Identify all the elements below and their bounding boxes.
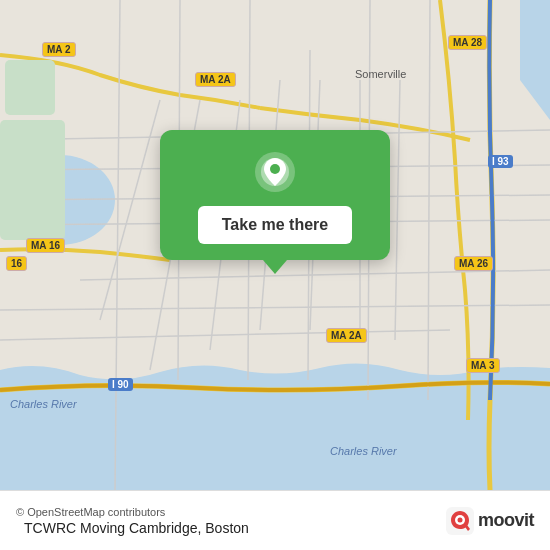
moovit-text: moovit (478, 510, 534, 531)
road-label-ma2: MA 2 (42, 42, 76, 57)
road-label-ma3: MA 3 (466, 358, 500, 373)
popup-card: Take me there (160, 130, 390, 260)
moovit-icon (446, 507, 474, 535)
svg-text:Somerville: Somerville (355, 68, 406, 80)
svg-point-33 (457, 517, 462, 522)
svg-rect-23 (0, 120, 65, 240)
svg-text:Charles River: Charles River (10, 398, 78, 410)
road-label-ma2a-top: MA 2A (195, 72, 236, 87)
road-label-ma26: MA 26 (454, 256, 493, 271)
road-label-ma2a-bottom: MA 2A (326, 328, 367, 343)
location-name: TCWRC Moving Cambridge, Boston (24, 520, 249, 536)
take-me-there-button[interactable]: Take me there (198, 206, 352, 244)
svg-rect-24 (5, 60, 55, 115)
road-label-i93: I 93 (488, 155, 513, 168)
road-label-ma16: MA 16 (26, 238, 65, 253)
moovit-logo: moovit (446, 507, 534, 535)
location-pin-icon (253, 150, 297, 194)
svg-point-30 (270, 164, 280, 174)
svg-text:Charles River: Charles River (330, 445, 398, 457)
road-label-ma28: MA 28 (448, 35, 487, 50)
map-container: Somerville Charles River Charles River M… (0, 0, 550, 490)
road-label-16: 16 (6, 256, 27, 271)
road-label-i90: I 90 (108, 378, 133, 391)
copyright-text: © OpenStreetMap contributors (16, 506, 249, 518)
bottom-bar: © OpenStreetMap contributors TCWRC Movin… (0, 490, 550, 550)
